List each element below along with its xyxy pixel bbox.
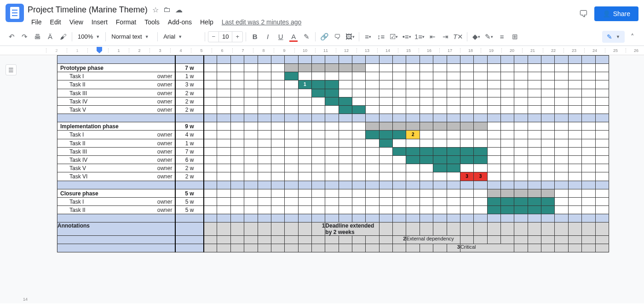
highlight-button[interactable]: ✎ <box>300 31 312 43</box>
gantt-cell[interactable]: 2 <box>406 131 420 139</box>
gantt-cell[interactable] <box>204 172 217 181</box>
gantt-cell[interactable] <box>379 156 392 164</box>
comments-icon[interactable]: 🗨 <box>579 9 588 19</box>
gantt-cell[interactable] <box>339 148 352 156</box>
gantt-cell[interactable] <box>298 97 311 106</box>
gantt-cell[interactable] <box>217 72 230 80</box>
gantt-cell[interactable] <box>582 148 595 156</box>
gantt-cell[interactable] <box>514 139 528 148</box>
gantt-cell[interactable] <box>258 148 271 156</box>
gantt-cell[interactable] <box>433 148 447 156</box>
font-size-value[interactable]: 10 <box>218 32 232 42</box>
gantt-cell[interactable] <box>204 106 217 114</box>
gantt-cell[interactable] <box>258 164 271 172</box>
gantt-cell[interactable] <box>285 139 298 148</box>
gantt-cell[interactable] <box>514 206 528 214</box>
gantt-cell[interactable] <box>258 172 271 181</box>
gantt-cell[interactable] <box>271 139 284 148</box>
gantt-cell[interactable] <box>474 89 487 97</box>
gantt-cell[interactable] <box>541 80 555 89</box>
gantt-cell[interactable] <box>595 198 609 206</box>
gantt-cell[interactable] <box>352 139 366 148</box>
gantt-cell[interactable] <box>447 156 460 164</box>
gantt-cell[interactable] <box>420 80 433 89</box>
gantt-cell[interactable] <box>582 80 595 89</box>
gantt-cell[interactable] <box>217 164 230 172</box>
gantt-cell[interactable] <box>487 198 500 206</box>
gantt-cell[interactable] <box>474 198 487 206</box>
gantt-cell[interactable] <box>325 164 339 172</box>
gantt-cell[interactable] <box>258 206 271 214</box>
gantt-cell[interactable] <box>541 131 555 139</box>
gantt-cell[interactable] <box>244 164 258 172</box>
gantt-cell[interactable] <box>244 198 258 206</box>
border-style-button[interactable]: ⊞ <box>509 31 521 43</box>
gantt-cell[interactable] <box>568 148 581 156</box>
gantt-cell[interactable] <box>460 97 473 106</box>
gantt-cell[interactable] <box>230 148 244 156</box>
gantt-cell[interactable] <box>541 148 555 156</box>
gantt-cell[interactable] <box>366 172 379 181</box>
gantt-cell[interactable] <box>406 206 420 214</box>
gantt-cell[interactable] <box>271 89 284 97</box>
gantt-cell[interactable] <box>352 80 366 89</box>
bold-button[interactable]: B <box>249 31 261 43</box>
gantt-cell[interactable] <box>514 106 528 114</box>
gantt-cell[interactable] <box>433 164 447 172</box>
gantt-cell[interactable] <box>285 148 298 156</box>
gantt-cell[interactable] <box>217 156 230 164</box>
gantt-cell[interactable] <box>217 80 230 89</box>
gantt-cell[interactable] <box>271 80 284 89</box>
gantt-cell[interactable] <box>230 164 244 172</box>
gantt-cell[interactable] <box>298 206 311 214</box>
gantt-cell[interactable] <box>474 72 487 80</box>
gantt-cell[interactable] <box>555 198 568 206</box>
gantt-cell[interactable] <box>420 156 433 164</box>
gantt-cell[interactable] <box>258 131 271 139</box>
gantt-cell[interactable] <box>555 148 568 156</box>
gantt-cell[interactable] <box>595 164 609 172</box>
style-select[interactable]: Normal text▼ <box>109 31 155 43</box>
gantt-cell[interactable] <box>352 131 366 139</box>
gantt-cell[interactable] <box>406 164 420 172</box>
gantt-cell[interactable] <box>433 156 447 164</box>
gantt-cell[interactable] <box>230 80 244 89</box>
gantt-cell[interactable] <box>258 156 271 164</box>
gantt-cell[interactable] <box>258 72 271 80</box>
gantt-cell[interactable] <box>582 139 595 148</box>
gantt-cell[interactable] <box>568 206 581 214</box>
gantt-cell[interactable] <box>379 139 392 148</box>
gantt-cell[interactable] <box>258 106 271 114</box>
gantt-cell[interactable] <box>325 206 339 214</box>
gantt-cell[interactable] <box>555 131 568 139</box>
font-select[interactable]: Arial▼ <box>161 31 202 43</box>
gantt-cell[interactable] <box>420 72 433 80</box>
gantt-cell[interactable] <box>514 97 528 106</box>
gantt-cell[interactable] <box>339 139 352 148</box>
gantt-cell[interactable] <box>433 80 447 89</box>
mode-select[interactable]: ✎▼ <box>602 31 625 43</box>
gantt-cell[interactable] <box>244 89 258 97</box>
gantt-cell[interactable] <box>568 89 581 97</box>
menu-insert[interactable]: Insert <box>88 17 111 28</box>
gantt-cell[interactable] <box>568 198 581 206</box>
bulleted-list-button[interactable]: •≡▾ <box>401 31 413 43</box>
gantt-cell[interactable] <box>420 97 433 106</box>
gantt-cell[interactable] <box>514 80 528 89</box>
indent-decrease-button[interactable]: ⇤ <box>426 31 438 43</box>
gantt-cell[interactable] <box>528 148 541 156</box>
gantt-cell[interactable] <box>501 198 514 206</box>
gantt-cell[interactable] <box>528 106 541 114</box>
gantt-cell[interactable] <box>311 106 325 114</box>
gantt-cell[interactable] <box>514 172 528 181</box>
gantt-cell[interactable] <box>528 131 541 139</box>
gantt-cell[interactable] <box>204 206 217 214</box>
gantt-cell[interactable] <box>501 206 514 214</box>
gantt-cell[interactable] <box>339 164 352 172</box>
gantt-cell[interactable] <box>447 164 460 172</box>
gantt-cell[interactable] <box>217 172 230 181</box>
gantt-cell[interactable] <box>379 97 392 106</box>
gantt-cell[interactable] <box>582 89 595 97</box>
gantt-cell[interactable] <box>285 89 298 97</box>
gantt-cell[interactable] <box>258 139 271 148</box>
